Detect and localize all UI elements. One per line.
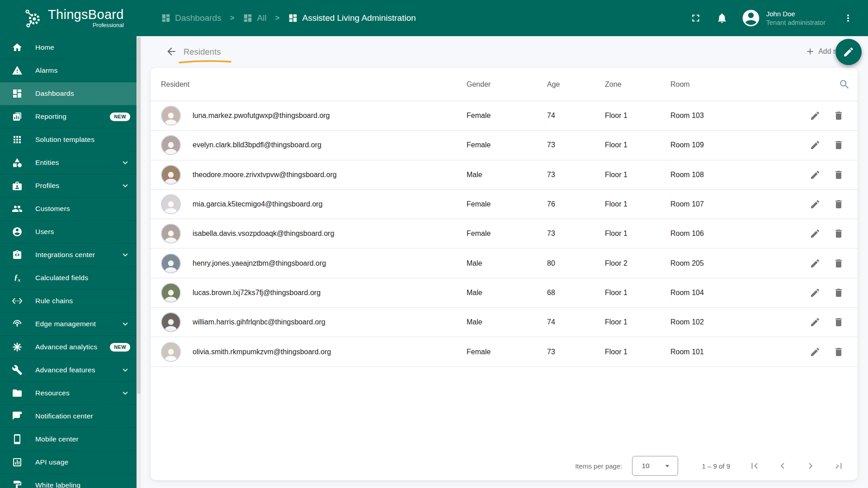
column-header-room[interactable]: Room: [670, 80, 785, 89]
sidebar-item-label: Reporting: [35, 113, 66, 121]
sidebar-scrollbar-thumb[interactable]: [137, 37, 141, 394]
resident-email: olivia.smith.rkmpumkzvm@thingsboard.org: [193, 348, 331, 356]
table-row[interactable]: mia.garcia.k5tecmigo4@thingsboard.orgFem…: [151, 190, 858, 219]
delete-row-button[interactable]: [832, 227, 845, 240]
sidebar-item-white-labeling[interactable]: White labeling: [0, 474, 137, 488]
sidebar-scrollbar[interactable]: [137, 36, 141, 488]
table-row[interactable]: henry.jones.yaeajnztbm@thingsboard.orgMa…: [151, 249, 858, 278]
zone-cell: Floor 1: [605, 348, 670, 356]
sidebar-item-label: Calculated fields: [35, 274, 88, 282]
table-row[interactable]: luna.markez.pwofutgwxp@thingsboard.orgFe…: [151, 101, 858, 131]
column-header-gender[interactable]: Gender: [467, 80, 547, 89]
table-row[interactable]: lucas.brown.lxj72ks7fj@thingsboard.orgMa…: [151, 278, 858, 308]
more-vert-icon[interactable]: [839, 9, 857, 27]
sidebar-item-solution-templates[interactable]: Solution templates: [0, 128, 137, 151]
edit-row-button[interactable]: [809, 257, 821, 270]
age-cell: 76: [547, 200, 605, 208]
delete-row-button[interactable]: [832, 346, 845, 358]
sidebar-item-edge-management[interactable]: Edge management: [0, 313, 137, 336]
sidebar-item-dashboards[interactable]: Dashboards: [0, 82, 137, 105]
edit-row-button[interactable]: [809, 227, 821, 240]
table-row[interactable]: theodore.moore.zrivxtvpvw@thingsboard.or…: [151, 160, 858, 190]
previous-page-button[interactable]: [776, 460, 789, 472]
fullscreen-icon[interactable]: [687, 9, 705, 27]
sidebar-item-home[interactable]: Home: [0, 36, 137, 59]
home-icon: [12, 42, 23, 53]
delete-row-button[interactable]: [832, 198, 845, 211]
column-header-resident[interactable]: Resident: [161, 80, 467, 89]
sidebar-item-label: Entities: [35, 159, 59, 167]
resident-email: mia.garcia.k5tecmigo4@thingsboard.org: [193, 200, 323, 208]
resident-email: lucas.brown.lxj72ks7fj@thingsboard.org: [193, 289, 321, 297]
edit-dashboard-fab[interactable]: [835, 39, 862, 65]
thingsboard-logo[interactable]: ThingsBoard Professional: [0, 8, 141, 28]
edge-management-icon: [12, 319, 23, 329]
room-cell: Room 102: [670, 318, 785, 326]
notification-center-icon: [12, 411, 23, 422]
edit-row-button[interactable]: [809, 316, 821, 328]
sidebar-item-api-usage[interactable]: API usage: [0, 451, 137, 474]
edit-row-button[interactable]: [809, 286, 821, 299]
sidebar-item-resources[interactable]: Resources: [0, 382, 137, 405]
table-row[interactable]: evelyn.clark.blld3bpdfl@thingsboard.orgF…: [151, 131, 858, 160]
sidebar-item-label: Advanced analytics: [35, 343, 97, 351]
column-header-zone[interactable]: Zone: [605, 80, 670, 89]
last-page-button[interactable]: [832, 460, 845, 472]
breadcrumb-label: All: [257, 13, 266, 23]
plus-icon: [805, 47, 815, 56]
zone-cell: Floor 1: [605, 318, 670, 326]
resident-avatar: [161, 342, 181, 362]
delete-row-button[interactable]: [832, 139, 845, 151]
resident-cell: theodore.moore.zrivxtvpvw@thingsboard.or…: [161, 165, 467, 185]
items-per-page-select[interactable]: 10: [632, 456, 678, 476]
sidebar-item-integrations-center[interactable]: Integrations center: [0, 244, 137, 267]
table-row[interactable]: isabella.davis.vsozpdoaqk@thingsboard.or…: [151, 219, 858, 249]
breadcrumb-item-all[interactable]: All: [243, 13, 266, 23]
notifications-bell-icon[interactable]: [713, 9, 731, 27]
resident-email: evelyn.clark.blld3bpdfl@thingsboard.org: [193, 141, 321, 149]
table-row[interactable]: olivia.smith.rkmpumkzvm@thingsboard.orgF…: [151, 337, 858, 366]
sidebar-item-advanced-analytics[interactable]: Advanced analyticsNEW: [0, 336, 137, 359]
sidebar-item-profiles[interactable]: Profiles: [0, 174, 137, 197]
sidebar-item-label: API usage: [35, 458, 68, 466]
sidebar-item-rule-chains[interactable]: Rule chains: [0, 290, 137, 313]
pager-controls: [748, 460, 845, 472]
sidebar-item-notification-center[interactable]: Notification center: [0, 405, 137, 428]
sidebar-item-mobile-center[interactable]: Mobile center: [0, 428, 137, 451]
sidebar-item-label: Profiles: [35, 182, 59, 190]
table-row[interactable]: william.harris.gihfrlqnbc@thingsboard.or…: [151, 308, 858, 337]
residents-table-card: ResidentGenderAgeZoneRoom luna.markez.pw…: [151, 68, 858, 480]
back-arrow-icon[interactable]: [165, 45, 178, 58]
search-icon[interactable]: [839, 79, 850, 90]
delete-row-button[interactable]: [832, 109, 845, 122]
edit-row-button[interactable]: [809, 169, 821, 181]
sidebar-item-users[interactable]: Users: [0, 221, 137, 244]
delete-row-button[interactable]: [832, 316, 845, 328]
edit-row-button[interactable]: [809, 346, 821, 358]
sidebar-item-entities[interactable]: Entities: [0, 151, 137, 174]
edit-row-button[interactable]: [809, 139, 821, 151]
sidebar-item-reporting[interactable]: ReportingNEW: [0, 105, 137, 128]
breadcrumb-item-dashboards[interactable]: Dashboards: [161, 13, 221, 23]
delete-row-button[interactable]: [832, 169, 845, 181]
rule-chains-icon: [12, 296, 23, 306]
delete-row-button[interactable]: [832, 286, 845, 299]
sidebar-item-alarms[interactable]: Alarms: [0, 59, 137, 82]
resident-avatar: [161, 253, 181, 273]
edit-row-button[interactable]: [809, 198, 821, 211]
edit-row-button[interactable]: [809, 109, 821, 122]
next-page-button[interactable]: [804, 460, 817, 472]
delete-row-button[interactable]: [832, 257, 845, 270]
breadcrumb-label: Assisted Living Administration: [302, 13, 415, 23]
sidebar-item-customers[interactable]: Customers: [0, 197, 137, 221]
thingsboard-logo-icon: [23, 8, 43, 28]
column-header-age[interactable]: Age: [547, 80, 605, 89]
first-page-button[interactable]: [748, 460, 761, 472]
user-menu[interactable]: John Doe Tenant administrator: [741, 8, 826, 28]
age-cell: 80: [547, 259, 605, 267]
caret-down-icon: [662, 461, 672, 471]
room-cell: Room 104: [670, 289, 785, 297]
sidebar-item-calculated-fields[interactable]: ƒxCalculated fields: [0, 267, 137, 290]
resident-cell: isabella.davis.vsozpdoaqk@thingsboard.or…: [161, 224, 467, 244]
sidebar-item-advanced-features[interactable]: Advanced features: [0, 359, 137, 382]
